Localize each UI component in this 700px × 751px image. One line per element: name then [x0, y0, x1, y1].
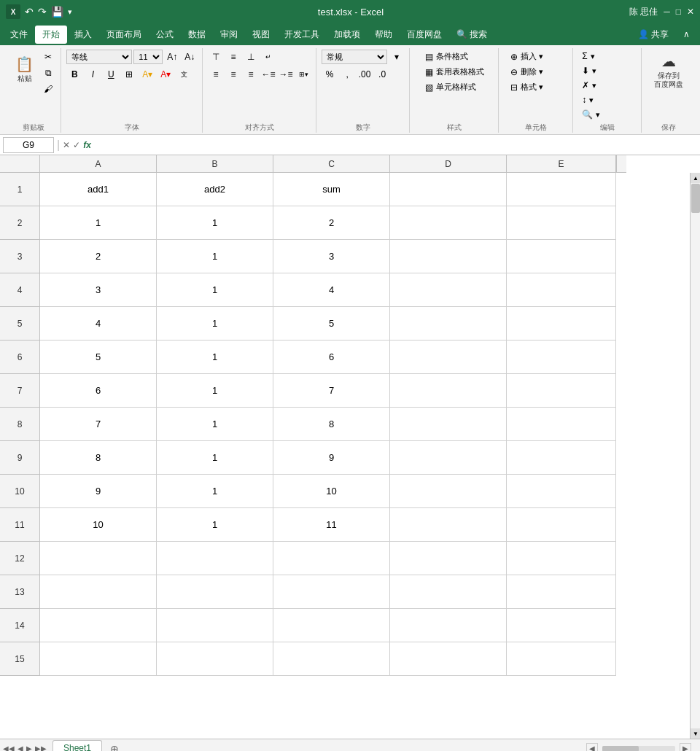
align-bottom-btn[interactable]: ⊥: [243, 50, 259, 64]
delete-cells-btn[interactable]: ⊖ 删除 ▾: [507, 65, 565, 79]
italic-btn[interactable]: I: [85, 67, 101, 82]
add-sheet-btn[interactable]: ⊕: [106, 742, 122, 752]
cut-button[interactable]: ✂: [40, 50, 56, 64]
cell-C3[interactable]: 3: [273, 240, 390, 273]
align-middle-btn[interactable]: ≡: [225, 50, 241, 64]
cell-B9[interactable]: 1: [157, 441, 273, 475]
data-area[interactable]: add1add2sum11221331441551661771881991101…: [40, 173, 690, 739]
menu-data[interactable]: 数据: [181, 26, 213, 44]
customize-btn[interactable]: ▾: [68, 7, 72, 17]
cell-A14[interactable]: [40, 609, 157, 642]
cell-E2[interactable]: [507, 206, 616, 240]
cell-D1[interactable]: [390, 173, 507, 206]
scroll-right-btn[interactable]: ▶: [680, 743, 691, 751]
cell-style-btn[interactable]: ▧ 单元格样式: [421, 80, 488, 94]
cell-E4[interactable]: [507, 273, 616, 307]
cell-B10[interactable]: 1: [157, 475, 273, 508]
cell-E9[interactable]: [507, 441, 616, 475]
menu-addins[interactable]: 加载项: [327, 26, 368, 44]
cell-B5[interactable]: 1: [157, 307, 273, 341]
cell-E12[interactable]: [507, 542, 616, 575]
cell-A10[interactable]: 9: [40, 475, 157, 508]
font-color-btn[interactable]: A▾: [158, 67, 174, 82]
col-header-e[interactable]: E: [507, 155, 616, 173]
clear-btn[interactable]: ✗ ▾: [578, 79, 637, 92]
sheet-tab-sheet1[interactable]: Sheet1: [52, 740, 102, 751]
format-cells-btn[interactable]: ⊟ 格式 ▾: [507, 80, 565, 94]
decrease-font-btn[interactable]: A↓: [182, 50, 198, 64]
cell-A5[interactable]: 4: [40, 307, 157, 341]
number-format-expand-btn[interactable]: ▾: [389, 50, 405, 64]
cell-E13[interactable]: [507, 575, 616, 609]
cell-A12[interactable]: [40, 542, 157, 575]
align-left-btn[interactable]: ≡: [208, 67, 224, 82]
row-header-13[interactable]: 13: [0, 575, 40, 609]
col-header-c[interactable]: C: [273, 155, 390, 173]
cell-C10[interactable]: 10: [273, 475, 390, 508]
scroll-down-btn[interactable]: ▼: [691, 728, 700, 739]
cell-B12[interactable]: [157, 542, 273, 575]
align-center-btn[interactable]: ≡: [225, 67, 241, 82]
formula-input[interactable]: [94, 137, 697, 153]
fill-color-btn[interactable]: A▾: [139, 67, 155, 82]
cell-C11[interactable]: 11: [273, 508, 390, 542]
cell-D7[interactable]: [390, 374, 507, 408]
wubi-btn[interactable]: 文: [176, 67, 192, 82]
cell-D5[interactable]: [390, 307, 507, 341]
bold-btn[interactable]: B: [66, 67, 82, 82]
scroll-tabs-left-btn[interactable]: ◀◀: [3, 744, 15, 751]
cell-C9[interactable]: 9: [273, 441, 390, 475]
cell-A3[interactable]: 2: [40, 240, 157, 273]
format-painter-button[interactable]: 🖌: [40, 82, 56, 96]
confirm-formula-btn[interactable]: ✓: [73, 140, 80, 150]
row-header-14[interactable]: 14: [0, 609, 40, 642]
cell-B2[interactable]: 1: [157, 206, 273, 240]
percent-btn[interactable]: %: [322, 67, 338, 82]
insert-cells-btn[interactable]: ⊕ 插入 ▾: [507, 50, 565, 63]
cell-B3[interactable]: 1: [157, 240, 273, 273]
fill-btn[interactable]: ⬇ ▾: [578, 64, 637, 77]
row-header-9[interactable]: 9: [0, 441, 40, 475]
row-header-11[interactable]: 11: [0, 508, 40, 542]
redo-btn[interactable]: ↷: [38, 6, 47, 17]
align-top-btn[interactable]: ⊤: [208, 50, 224, 64]
cell-C6[interactable]: 6: [273, 341, 390, 374]
cell-B11[interactable]: 1: [157, 508, 273, 542]
cell-E5[interactable]: [507, 307, 616, 341]
cell-D2[interactable]: [390, 206, 507, 240]
cell-B8[interactable]: 1: [157, 408, 273, 441]
save-cloud-button[interactable]: ☁ 保存到 百度网盘: [649, 50, 688, 92]
border-btn[interactable]: ⊞: [121, 67, 137, 82]
cell-A15[interactable]: [40, 642, 157, 676]
scroll-tabs-prev-btn[interactable]: ◀: [18, 744, 23, 751]
increase-font-btn[interactable]: A↑: [164, 50, 180, 64]
close-btn[interactable]: ✕: [687, 7, 694, 17]
font-size-select[interactable]: 11: [133, 50, 163, 64]
undo-btn[interactable]: ↶: [25, 6, 34, 17]
sort-btn[interactable]: ↕ ▾: [578, 93, 637, 106]
cell-D14[interactable]: [390, 609, 507, 642]
cell-D11[interactable]: [390, 508, 507, 542]
row-header-8[interactable]: 8: [0, 408, 40, 441]
conditional-format-btn[interactable]: ▤ 条件格式: [421, 50, 488, 63]
restore-btn[interactable]: □: [676, 7, 681, 17]
cell-E7[interactable]: [507, 374, 616, 408]
cell-E8[interactable]: [507, 408, 616, 441]
menu-file[interactable]: 文件: [3, 26, 35, 44]
cell-B15[interactable]: [157, 642, 273, 676]
menu-baidu[interactable]: 百度网盘: [400, 26, 449, 44]
row-header-12[interactable]: 12: [0, 542, 40, 575]
cell-D13[interactable]: [390, 575, 507, 609]
cell-A1[interactable]: add1: [40, 173, 157, 206]
cell-D4[interactable]: [390, 273, 507, 307]
table-format-btn[interactable]: ▦ 套用表格格式: [421, 65, 488, 79]
row-header-2[interactable]: 2: [0, 206, 40, 240]
scroll-left-btn[interactable]: ◀: [586, 743, 598, 751]
row-header-4[interactable]: 4: [0, 273, 40, 307]
cell-E1[interactable]: [507, 173, 616, 206]
scroll-tabs-right-btn[interactable]: ▶▶: [35, 744, 47, 751]
row-header-10[interactable]: 10: [0, 475, 40, 508]
scroll-tabs-next-btn[interactable]: ▶: [26, 744, 32, 751]
cell-C7[interactable]: 7: [273, 374, 390, 408]
scroll-track[interactable]: [691, 183, 700, 728]
